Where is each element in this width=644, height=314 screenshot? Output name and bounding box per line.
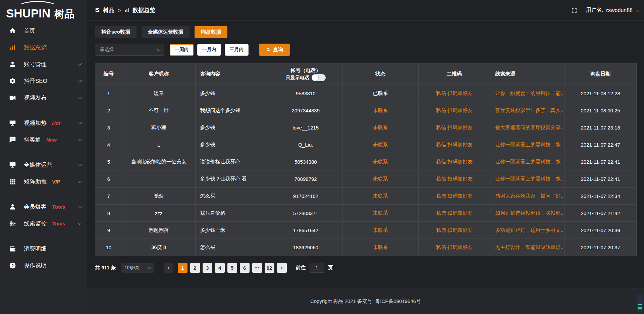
tab-inquiry-data[interactable]: 询盘数据	[195, 26, 227, 38]
cell-qrcode[interactable]: 私信 扫码加好友	[418, 222, 490, 239]
cell-account: 2097344839	[269, 102, 343, 119]
filter-select[interactable]: 请选择	[95, 44, 164, 56]
cell-source[interactable]: 让你一眼就爱上的黑科技，能...	[490, 85, 565, 102]
username: zswodun88	[605, 7, 633, 13]
cell-source[interactable]: 无主灯设计，智能磁吸轨道灯...	[490, 239, 565, 256]
period-button-quarter[interactable]: 三月内	[225, 44, 249, 56]
cell-content: 多少钱一米	[195, 222, 269, 239]
period-button-month[interactable]: 一月内	[197, 44, 221, 56]
cell-date: 2021-11-07 20:39	[565, 222, 637, 239]
cell-qrcode[interactable]: 私信 扫码加好友	[418, 85, 490, 102]
cell-date: 2021-11-08 12:28	[565, 85, 637, 102]
tab-media-operation-data[interactable]: 全媒体运营数据	[142, 26, 190, 38]
corner-widget[interactable]	[637, 295, 643, 312]
bar-chart-icon	[9, 44, 16, 51]
prev-page-button[interactable]: ‹	[164, 263, 173, 273]
cell-id: 6	[95, 170, 122, 188]
chevron-down-icon	[157, 47, 161, 51]
cell-nickname: 潮起潮落	[122, 222, 195, 239]
table-row: 4L多少钱Q_Liu.未联系私信 扫码加好友让你一眼就爱上的黑科技，能...20…	[95, 136, 637, 153]
cell-source[interactable]: 让你一眼就爱上的黑科技，能...	[490, 153, 565, 170]
badge-tools: Tools	[52, 204, 65, 210]
sidebar-menu: 首页数据总览账号管理抖音SEO视频发布视频加热Hot抖客通New全媒体运营矩阵助…	[0, 22, 87, 274]
sidebar-item-lead-monitor[interactable]: 线索监控Tools	[0, 215, 87, 232]
sidebar-item-douyin-seo[interactable]: 抖音SEO	[0, 72, 87, 89]
sidebar-divider	[5, 194, 82, 194]
main-area: 树品 > 数据总览 用户名: zswodun88 抖音seo数据全媒体运营数	[87, 0, 644, 314]
cell-source[interactable]: 让你一眼就爱上的黑科技，能...	[490, 170, 565, 188]
more-pages-button[interactable]: •••	[252, 263, 262, 273]
page-button-3[interactable]: 3	[203, 263, 212, 273]
cell-content: 多少钱	[195, 119, 269, 136]
period-button-week[interactable]: 一周内	[170, 44, 194, 56]
breadcrumb-root[interactable]: 树品	[103, 6, 114, 14]
sidebar-item-label: 全媒体运营	[24, 161, 52, 169]
sidebar-item-video-heat[interactable]: 视频加热Hot	[0, 114, 87, 131]
sidebar-item-media-operation[interactable]: 全媒体运营	[0, 156, 87, 173]
inquiry-table: 编号 客户昵称 咨询内容 帐号（电话） 只显示电话 状态 二维码 线索来源	[95, 63, 637, 256]
filter-select-placeholder: 请选择	[100, 47, 114, 53]
page-button-1[interactable]: 1	[178, 263, 187, 273]
brand-logo[interactable]: SHUPIN 树品	[0, 0, 87, 21]
cell-source[interactable]: 如何正确选择投影仪，买投影...	[490, 205, 565, 222]
phone-only-toggle[interactable]	[312, 74, 326, 81]
chevron-down-icon	[77, 162, 82, 166]
cell-source[interactable]: 被大家追着问的客厅投影分享...	[490, 119, 565, 136]
sidebar-item-data-overview[interactable]: 数据总览	[0, 39, 87, 56]
app-window: SHUPIN 树品 首页数据总览账号管理抖音SEO视频发布视频加热Hot抖客通N…	[0, 0, 644, 314]
sidebar-item-matrix-boost[interactable]: 矩阵助推VIP	[0, 173, 87, 190]
cell-source[interactable]: 客厅安装投影半年多了，真实...	[490, 102, 565, 119]
next-page-button[interactable]: ›	[277, 263, 287, 273]
sidebar-divider	[5, 152, 82, 152]
page-button-4[interactable]: 4	[215, 263, 225, 273]
sidebar-item-consumption-detail[interactable]: 消费明细	[0, 240, 87, 257]
cell-nickname: zzz	[122, 205, 195, 222]
goto-page-input[interactable]	[310, 263, 324, 273]
cell-status: 已联系	[342, 85, 418, 102]
copyright-text: Copyright 树品 2021 备案号: 粤ICP备09019646号	[310, 298, 421, 305]
footer: Copyright 树品 2021 备案号: 粤ICP备09019646号	[87, 289, 644, 314]
cell-qrcode[interactable]: 私信 扫码加好友	[418, 102, 490, 119]
period-buttons: 一周内一月内三月内	[170, 44, 249, 56]
user-menu[interactable]: 用户名: zswodun88	[586, 7, 638, 14]
cell-id: 4	[95, 136, 122, 153]
cell-qrcode[interactable]: 私信 扫码加好友	[418, 136, 490, 153]
page-button-6[interactable]: 6	[240, 263, 250, 273]
page-button-92[interactable]: 92	[265, 263, 274, 273]
table-row: 2不可一世我想问这个多少钱2097344839未联系私信 扫码加好友客厅安装投影…	[95, 102, 637, 119]
search-button[interactable]: 查询	[259, 44, 290, 56]
cell-qrcode[interactable]: 私信 扫码加好友	[418, 153, 490, 170]
sidebar-item-label: 抖音SEO	[24, 77, 47, 85]
sidebar-item-member-baoke[interactable]: 会员爆客Tools	[0, 198, 87, 215]
cell-qrcode[interactable]: 私信 扫码加好友	[418, 170, 490, 188]
page-button-5[interactable]: 5	[227, 263, 237, 273]
sidebar-item-operation-guide[interactable]: ?操作说明	[0, 257, 87, 274]
sidebar-item-account-management[interactable]: 账号管理	[0, 56, 87, 72]
cell-content: 多少钱	[195, 136, 269, 153]
cell-nickname: 觉然	[122, 188, 195, 205]
cell-status: 未联系	[342, 188, 418, 205]
cell-qrcode[interactable]: 私信 扫码加好友	[418, 205, 490, 222]
cell-id: 9	[95, 222, 122, 239]
cell-status: 未联系	[342, 205, 418, 222]
sidebar-item-video-publish[interactable]: 视频发布	[0, 89, 87, 106]
page-button-2[interactable]: 2	[190, 263, 200, 273]
table-body: 1暖章多少钱9583810已联系私信 扫码加好友让你一眼就爱上的黑科技，能...…	[95, 85, 637, 256]
cell-qrcode[interactable]: 私信 扫码加好友	[418, 188, 490, 205]
cell-qrcode[interactable]: 私信 扫码加好友	[418, 119, 490, 136]
column-header-account: 帐号（电话） 只显示电话	[269, 63, 343, 85]
table-row: 6多少钱？让我死心 看70898792未联系私信 扫码加好友让你一眼就爱上的黑科…	[95, 170, 637, 188]
sidebar-item-douketong[interactable]: 抖客通New	[0, 131, 87, 148]
page-size-select[interactable]: 10条/页	[121, 263, 154, 273]
tab-douyin-seo-data[interactable]: 抖音seo数据	[95, 26, 137, 38]
chevron-down-icon	[77, 137, 82, 141]
cell-source[interactable]: 让你一眼就爱上的黑科技，能...	[490, 136, 565, 153]
cell-status: 未联系	[342, 222, 418, 239]
sidebar-item-home[interactable]: 首页	[0, 22, 87, 39]
account-column-title: 帐号（电话）	[274, 67, 338, 74]
cell-nickname: L	[122, 136, 195, 153]
cell-source[interactable]: 感谢大家喜欢我家，被问了好...	[490, 188, 565, 205]
cell-qrcode[interactable]: 私信 扫码加好友	[418, 239, 490, 256]
cell-source[interactable]: 多功能护栏灯，适用于乡村文...	[490, 222, 565, 239]
fullscreen-icon[interactable]	[571, 7, 577, 13]
